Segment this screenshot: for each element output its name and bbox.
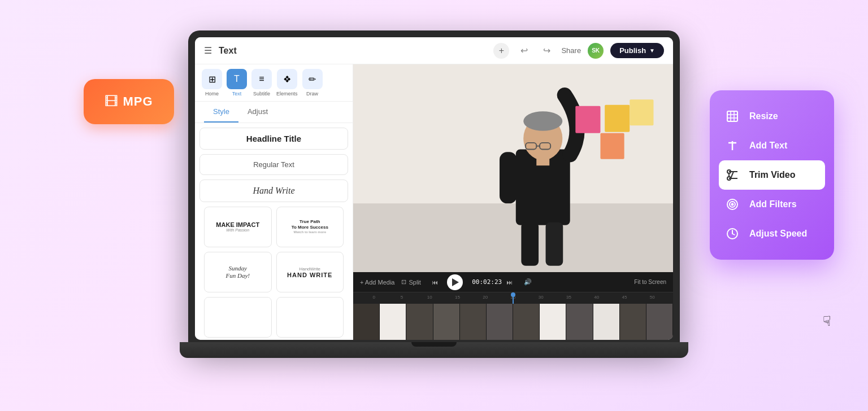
template-handwrite-bold[interactable]: HandWrite HAND WRITE — [276, 252, 344, 292]
subtitle-icon-box: ≡ — [251, 69, 272, 89]
handwrite-line1: HandWrite — [287, 266, 332, 272]
text-styles-list: Headline Title Regular Text Hand Write M… — [195, 123, 353, 340]
split-label: Split — [409, 279, 420, 286]
ruler-40: 40 — [583, 295, 610, 300]
regular-text-btn[interactable]: Regular Text — [199, 154, 348, 175]
play-icon — [452, 278, 459, 286]
truepath-content: True Path To More Success Watch to learn… — [292, 219, 328, 235]
text-label: Text — [232, 91, 242, 97]
skip-back-button[interactable]: ⏮ — [432, 279, 438, 286]
split-icon: ⊡ — [401, 278, 406, 286]
sidebar-item-home[interactable]: ⊞ Home — [202, 69, 222, 97]
handwrite-btn[interactable]: Hand Write — [199, 180, 348, 202]
cursor-hand-icon: ☟ — [823, 313, 831, 329]
laptop-screen: ☰ Text + ↩ ↪ Share SK Publish ▼ — [195, 37, 673, 340]
publish-label: Publish — [619, 46, 646, 55]
ruler-10: 10 — [416, 295, 444, 300]
elements-label: Elements — [276, 91, 298, 97]
film-thumb-12 — [646, 304, 673, 340]
context-menu: Resize Add Text Trim Video — [710, 90, 834, 260]
trim-video-menu-item[interactable]: Trim Video — [719, 160, 825, 190]
share-label: Share — [561, 46, 581, 55]
add-text-menu-item[interactable]: Add Text — [719, 131, 825, 160]
undo-button[interactable]: ↩ — [516, 43, 532, 59]
adjust-speed-menu-item[interactable]: Adjust Speed — [719, 219, 825, 248]
handwrite-bold-content: HandWrite HAND WRITE — [287, 266, 332, 278]
ruler-15: 15 — [444, 295, 471, 300]
playhead — [513, 292, 514, 304]
laptop-base — [180, 342, 688, 358]
home-label: Home — [205, 91, 219, 97]
svg-rect-12 — [546, 222, 563, 266]
mpg-badge: 🎞 MPG — [84, 79, 174, 124]
template-funday[interactable]: Sunday Fun Day! — [204, 252, 272, 292]
add-filters-menu-item[interactable]: Add Filters — [719, 190, 825, 219]
film-thumb-11 — [620, 304, 646, 340]
sidebar-item-elements[interactable]: ❖ Elements — [276, 69, 298, 97]
avatar: SK — [588, 43, 604, 59]
sidebar: ⊞ Home T Text ≡ Subtitle — [195, 64, 353, 340]
menu-icon[interactable]: ☰ — [204, 45, 212, 56]
headline-title-btn[interactable]: Headline Title — [199, 128, 348, 150]
play-button[interactable] — [447, 274, 463, 290]
film-thumb-4 — [433, 304, 460, 340]
film-thumb-7 — [513, 304, 540, 340]
svg-point-5 — [523, 111, 562, 131]
trim-video-label: Trim Video — [749, 170, 796, 180]
laptop-outer: ☰ Text + ↩ ↪ Share SK Publish ▼ — [188, 30, 680, 358]
svg-line-25 — [731, 172, 734, 178]
add-text-label: Add Text — [749, 141, 787, 151]
timeline-area: + Add Media ⊡ Split ⏮ — [353, 272, 673, 340]
timeline-controls: + Add Media ⊡ Split ⏮ — [353, 272, 673, 292]
add-filters-label: Add Filters — [749, 199, 797, 209]
sidebar-item-text[interactable]: T Text — [227, 69, 247, 97]
sidebar-nav: ⊞ Home T Text ≡ Subtitle — [195, 64, 353, 102]
text-icon-box: T — [227, 69, 247, 89]
redo-button[interactable]: ↪ — [539, 43, 554, 59]
top-bar: ☰ Text + ↩ ↪ Share SK Publish ▼ — [195, 37, 673, 64]
laptop-wrapper: ☰ Text + ↩ ↪ Share SK Publish ▼ — [180, 30, 688, 381]
truepath-line2: To More Success — [292, 225, 328, 230]
volume-button[interactable]: 🔊 — [524, 278, 532, 286]
template-truepath[interactable]: True Path To More Success Watch to learn… — [276, 207, 344, 247]
svg-rect-2 — [353, 203, 673, 272]
add-media-button[interactable]: + Add Media — [360, 279, 394, 286]
tab-adjust[interactable]: Adjust — [238, 102, 277, 123]
template-impact[interactable]: MAKE IMPACT With Passion — [204, 207, 272, 247]
resize-menu-item[interactable]: Resize — [719, 102, 825, 131]
tab-style[interactable]: Style — [204, 102, 238, 123]
template-empty-2[interactable] — [276, 297, 344, 338]
skip-forward-button[interactable]: ⏭ — [506, 279, 513, 286]
svg-rect-17 — [727, 111, 737, 121]
funday-line1: Sunday — [226, 265, 250, 272]
top-right-controls: ↩ ↪ Share SK Publish ▼ — [516, 43, 664, 59]
video-preview — [353, 64, 673, 272]
video-scene-svg — [353, 64, 673, 272]
template-empty-1[interactable] — [204, 297, 272, 338]
adjust-speed-icon — [723, 225, 741, 243]
film-icon: 🎞 — [105, 94, 118, 110]
resize-icon — [723, 107, 741, 125]
publish-arrow-icon: ▼ — [649, 47, 655, 54]
film-thumb-6 — [487, 304, 513, 340]
ruler-45: 45 — [610, 295, 638, 300]
film-thumb-2 — [380, 304, 406, 340]
elements-icon-box: ❖ — [277, 69, 297, 89]
split-button[interactable]: ⊡ Split — [401, 278, 420, 286]
sidebar-item-draw[interactable]: ✏ Draw — [302, 69, 323, 97]
trim-video-icon — [723, 166, 741, 184]
resize-label: Resize — [749, 111, 778, 121]
publish-button[interactable]: Publish ▼ — [610, 43, 664, 58]
sidebar-item-subtitle[interactable]: ≡ Subtitle — [251, 69, 272, 97]
svg-rect-6 — [536, 155, 549, 165]
add-button[interactable]: + — [493, 43, 509, 59]
truepath-line3: Watch to learn more — [292, 230, 328, 235]
film-thumb-10 — [593, 304, 620, 340]
fit-to-screen-label: Fit to Screen — [634, 279, 666, 285]
time-display: 00:02:23 — [472, 278, 502, 286]
ruler-0: 0 — [360, 295, 388, 300]
text-templates-grid: MAKE IMPACT With Passion True Path To Mo… — [199, 207, 348, 340]
film-thumb-3 — [406, 304, 433, 340]
funday-content: Sunday Fun Day! — [226, 265, 250, 279]
add-filters-icon — [723, 195, 741, 213]
